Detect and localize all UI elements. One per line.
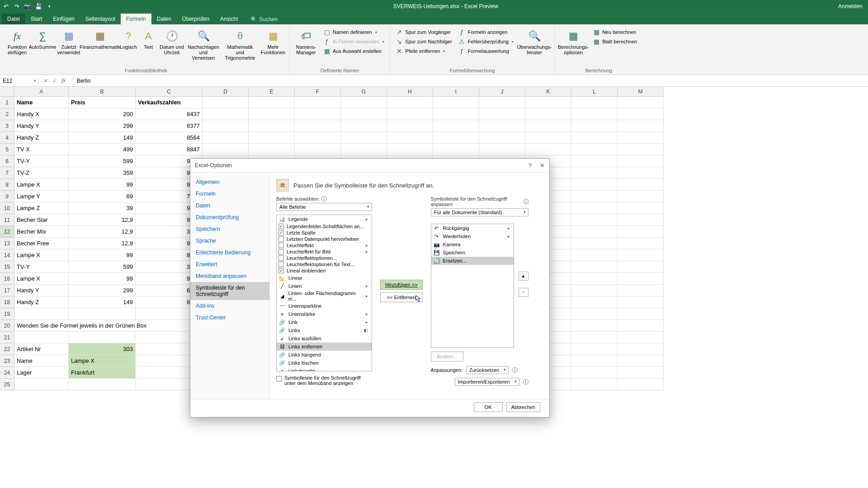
cell[interactable]: Lager <box>14 367 69 379</box>
cell[interactable] <box>618 202 664 214</box>
cell[interactable] <box>525 97 571 108</box>
options-sidebar-item[interactable]: Daten <box>190 200 269 211</box>
cell[interactable] <box>295 144 341 155</box>
tab-start[interactable]: Start <box>25 14 47 24</box>
row-header[interactable]: 4 <box>0 132 14 144</box>
name-box[interactable]: E12▾ <box>0 78 39 84</box>
list-item[interactable]: ≡Linksbündig <box>277 367 372 371</box>
row-header[interactable]: 12 <box>0 226 14 238</box>
tab-seitenlayout[interactable]: Seitenlayout <box>80 14 121 24</box>
cell[interactable]: Lampe X <box>14 179 69 191</box>
cell[interactable]: Becher Star <box>14 214 69 226</box>
row-header[interactable]: 3 <box>0 120 14 132</box>
cell[interactable] <box>341 132 387 144</box>
cell[interactable] <box>618 355 664 367</box>
cell[interactable] <box>618 97 664 108</box>
info-icon[interactable]: i <box>524 199 528 204</box>
cell[interactable] <box>14 379 69 390</box>
row-header[interactable]: 18 <box>0 296 14 308</box>
column-header[interactable]: B <box>69 87 136 97</box>
cell[interactable]: 303 <box>69 343 136 355</box>
target-select[interactable]: Für alle Dokumente (Standard) <box>431 208 528 216</box>
row-header[interactable]: 5 <box>0 144 14 155</box>
cell[interactable] <box>618 320 664 332</box>
cell[interactable] <box>341 97 387 108</box>
cell[interactable]: 8847 <box>136 144 203 155</box>
cell[interactable]: 599 <box>69 261 136 273</box>
cell[interactable] <box>571 285 618 296</box>
row-header[interactable]: 8 <box>0 179 14 191</box>
ok-button[interactable]: OK <box>474 402 503 412</box>
cell[interactable] <box>479 144 525 155</box>
list-item[interactable]: ⛓Links entfernen <box>277 343 372 351</box>
below-checkbox[interactable] <box>276 376 282 381</box>
row-header[interactable]: 16 <box>0 273 14 285</box>
cell[interactable]: 39 <box>69 202 136 214</box>
options-sidebar-item[interactable]: Symbolleiste für den Schnellzugriff <box>190 282 269 300</box>
list-item[interactable]: ✓Lineal einblenden <box>277 267 372 274</box>
list-item[interactable]: ↙Links ausfüllen <box>277 334 372 343</box>
camera-icon[interactable]: 📷 <box>24 2 32 10</box>
save-icon[interactable]: 💾 <box>34 2 42 10</box>
modify-button[interactable]: Ändern... <box>431 352 463 361</box>
cell[interactable] <box>341 108 387 120</box>
fx-icon[interactable]: fx <box>61 77 68 84</box>
cell[interactable]: TV-Y <box>14 261 69 273</box>
row-header[interactable]: 19 <box>0 308 14 320</box>
cell[interactable]: 99 <box>69 179 136 191</box>
cell[interactable] <box>295 120 341 132</box>
cell[interactable] <box>387 97 433 108</box>
cell[interactable] <box>249 120 295 132</box>
trace-dependents-button[interactable]: ↘Spur zum Nachfolger <box>394 38 453 46</box>
evaluate-formula-button[interactable]: ƒFormelauswertung <box>457 47 516 55</box>
cell[interactable] <box>618 167 664 179</box>
use-in-formula-button[interactable]: ƒIn Formel verwenden▾ <box>321 38 386 46</box>
row-header[interactable]: 13 <box>0 238 14 249</box>
row-header[interactable]: 6 <box>0 155 14 167</box>
cell[interactable] <box>571 238 618 249</box>
options-sidebar-item[interactable]: Erleichterte Bedienung <box>190 247 269 258</box>
cell[interactable]: 299 <box>69 285 136 296</box>
cell[interactable] <box>69 379 136 390</box>
commands-select[interactable]: Alle Befehle <box>276 203 372 211</box>
cell[interactable] <box>618 214 664 226</box>
cell[interactable] <box>295 97 341 108</box>
row-header[interactable]: 24 <box>0 367 14 379</box>
more-functions-button[interactable]: ▦Mehr Funktionen <box>260 27 286 55</box>
row-header[interactable]: 23 <box>0 355 14 367</box>
column-header[interactable]: K <box>525 87 571 97</box>
cell[interactable] <box>479 120 525 132</box>
row-header[interactable]: 17 <box>0 285 14 296</box>
cell[interactable] <box>618 296 664 308</box>
define-name-button[interactable]: ▢Namen definieren▾ <box>321 28 386 36</box>
create-from-selection-button[interactable]: ▦Aus Auswahl erstellen <box>321 47 386 55</box>
cell[interactable] <box>571 296 618 308</box>
row-header[interactable]: 20 <box>0 320 14 332</box>
cell[interactable] <box>571 367 618 379</box>
column-header[interactable]: H <box>387 87 433 97</box>
options-sidebar-item[interactable]: Menüband anpassen <box>190 270 269 282</box>
cell[interactable]: 8564 <box>136 132 203 144</box>
row-header[interactable]: 14 <box>0 249 14 261</box>
cell[interactable]: Lampe X <box>14 249 69 261</box>
cell[interactable]: Becher Mix <box>14 226 69 238</box>
cell[interactable] <box>249 97 295 108</box>
show-formulas-button[interactable]: ƒFormeln anzeigen <box>457 28 516 36</box>
cell[interactable]: 149 <box>69 132 136 144</box>
info-icon[interactable]: i <box>523 379 528 385</box>
cell[interactable] <box>618 343 664 355</box>
datetime-button[interactable]: 🕐Datum und Uhrzeit <box>159 27 184 55</box>
reset-button[interactable]: Zurücksetzen <box>466 366 509 374</box>
undo-icon[interactable]: ↶ <box>2 2 10 10</box>
cell[interactable] <box>249 144 295 155</box>
cell[interactable] <box>433 144 479 155</box>
list-item[interactable]: ≡Linienstärke▸ <box>277 310 372 318</box>
cell[interactable] <box>479 132 525 144</box>
cell[interactable]: 299 <box>69 120 136 132</box>
cell[interactable]: Handy Y <box>14 285 69 296</box>
cell[interactable] <box>571 144 618 155</box>
list-item[interactable]: Leuchteffektoptionen... <box>277 255 372 261</box>
calc-now-button[interactable]: ▦Neu berechnen <box>591 28 639 36</box>
cell[interactable]: Frankfurt <box>69 367 136 379</box>
cell[interactable] <box>618 108 664 120</box>
